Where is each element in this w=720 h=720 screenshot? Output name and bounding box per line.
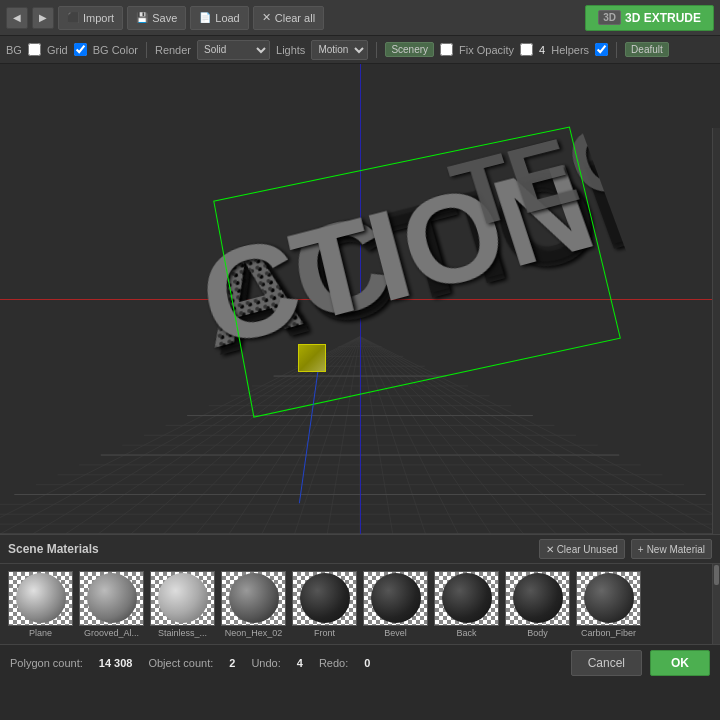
material-item-carbon-fiber[interactable]: Carbon_Fiber — [576, 571, 641, 638]
undo-label: Undo: — [251, 657, 280, 669]
material-sphere-front — [300, 573, 350, 623]
default-tag[interactable]: Deafult — [625, 42, 669, 57]
object-count-value: 2 — [229, 657, 235, 669]
materials-list: PlaneGrooved_Al...Stainless_...Neon_Hex_… — [0, 564, 712, 644]
ok-button[interactable]: OK — [650, 650, 710, 676]
material-label-bevel: Bevel — [384, 628, 407, 638]
material-thumb-carbon-fiber — [576, 571, 641, 626]
material-label-grooved-al: Grooved_Al... — [84, 628, 139, 638]
material-thumb-bevel — [363, 571, 428, 626]
save-icon: 💾 — [136, 12, 148, 23]
material-item-back[interactable]: Back — [434, 571, 499, 638]
material-label-plane: Plane — [29, 628, 52, 638]
separator-3 — [616, 42, 617, 58]
material-item-body[interactable]: Body — [505, 571, 570, 638]
material-sphere-stainless — [158, 573, 208, 623]
load-icon: 📄 — [199, 12, 211, 23]
grid-label: Grid — [47, 44, 68, 56]
right-panel-strip — [712, 128, 720, 534]
import-icon: ⬛ — [67, 12, 79, 23]
material-item-front[interactable]: Front — [292, 571, 357, 638]
material-sphere-neon-hex — [229, 573, 279, 623]
material-item-stainless[interactable]: Stainless_... — [150, 571, 215, 638]
redo-label: Redo: — [319, 657, 348, 669]
clear-unused-icon: ✕ — [546, 544, 554, 555]
grid-checkbox[interactable] — [74, 43, 87, 56]
material-label-back: Back — [456, 628, 476, 638]
redo-value: 0 — [364, 657, 370, 669]
material-thumb-neon-hex — [221, 571, 286, 626]
bg-color-label: BG Color — [93, 44, 138, 56]
fix-opacity-checkbox[interactable] — [520, 43, 533, 56]
render-label: Render — [155, 44, 191, 56]
separator-1 — [146, 42, 147, 58]
material-label-body: Body — [527, 628, 548, 638]
material-item-grooved-al[interactable]: Grooved_Al... — [79, 571, 144, 638]
status-bar: Polygon count: 14 308 Object count: 2 Un… — [0, 644, 720, 680]
materials-scrollbar[interactable] — [712, 564, 720, 644]
material-item-neon-hex[interactable]: Neon_Hex_02 — [221, 571, 286, 638]
materials-actions: ✕ Clear Unused + New Material — [539, 539, 712, 559]
new-material-button[interactable]: + New Material — [631, 539, 712, 559]
status-actions: Cancel OK — [571, 650, 710, 676]
lights-select[interactable]: Motion Static — [311, 40, 368, 60]
second-toolbar: BG Grid BG Color Render Solid Wireframe … — [0, 36, 720, 64]
opacity-value: 4 — [539, 44, 545, 56]
material-thumb-plane — [8, 571, 73, 626]
material-label-stainless: Stainless_... — [158, 628, 207, 638]
undo-value: 4 — [297, 657, 303, 669]
save-button[interactable]: 💾 Save — [127, 6, 186, 30]
extrude-mode-badge: 3D — [598, 10, 621, 25]
material-thumb-grooved-al — [79, 571, 144, 626]
render-select[interactable]: Solid Wireframe Textured — [197, 40, 270, 60]
material-label-carbon-fiber: Carbon_Fiber — [581, 628, 636, 638]
material-thumb-stainless — [150, 571, 215, 626]
helpers-label: Helpers — [551, 44, 589, 56]
material-item-bevel[interactable]: Bevel — [363, 571, 428, 638]
clear-icon: ✕ — [262, 11, 271, 24]
polygon-count-value: 14 308 — [99, 657, 133, 669]
nav-prev-button[interactable]: ◀ — [6, 7, 28, 29]
material-sphere-body — [513, 573, 563, 623]
new-material-icon: + — [638, 544, 644, 555]
material-thumb-front — [292, 571, 357, 626]
top-toolbar: ◀ ▶ ⬛ Import 💾 Save 📄 Load ✕ Clear all 3… — [0, 0, 720, 36]
material-sphere-bevel — [371, 573, 421, 623]
materials-panel-title: Scene Materials — [8, 542, 99, 556]
load-button[interactable]: 📄 Load — [190, 6, 248, 30]
viewport[interactable]: ACTION ACTION AC A CTION TECH — [0, 64, 720, 534]
material-thumb-back — [434, 571, 499, 626]
bg-checkbox[interactable] — [28, 43, 41, 56]
object-count-label: Object count: — [148, 657, 213, 669]
polygon-count-label: Polygon count: — [10, 657, 83, 669]
materials-header: Scene Materials ✕ Clear Unused + New Mat… — [0, 535, 720, 564]
scenery-tag[interactable]: Scenery — [385, 42, 434, 57]
import-button[interactable]: ⬛ Import — [58, 6, 123, 30]
nav-next-button[interactable]: ▶ — [32, 7, 54, 29]
extrude-button[interactable]: 3D 3D EXTRUDE — [585, 5, 714, 31]
material-label-neon-hex: Neon_Hex_02 — [225, 628, 283, 638]
fix-opacity-label: Fix Opacity — [459, 44, 514, 56]
material-label-front: Front — [314, 628, 335, 638]
bg-label: BG — [6, 44, 22, 56]
transform-widget[interactable] — [298, 344, 326, 372]
materials-panel: Scene Materials ✕ Clear Unused + New Mat… — [0, 534, 720, 644]
scenery-checkbox[interactable] — [440, 43, 453, 56]
lights-label: Lights — [276, 44, 305, 56]
material-item-plane[interactable]: Plane — [8, 571, 73, 638]
scrollbar-thumb — [714, 565, 719, 585]
material-thumb-body — [505, 571, 570, 626]
material-sphere-carbon-fiber — [584, 573, 634, 623]
clear-all-button[interactable]: ✕ Clear all — [253, 6, 324, 30]
separator-2 — [376, 42, 377, 58]
cancel-button[interactable]: Cancel — [571, 650, 642, 676]
material-sphere-back — [442, 573, 492, 623]
helpers-checkbox[interactable] — [595, 43, 608, 56]
clear-unused-button[interactable]: ✕ Clear Unused — [539, 539, 625, 559]
material-sphere-plane — [16, 573, 66, 623]
material-sphere-grooved-al — [87, 573, 137, 623]
